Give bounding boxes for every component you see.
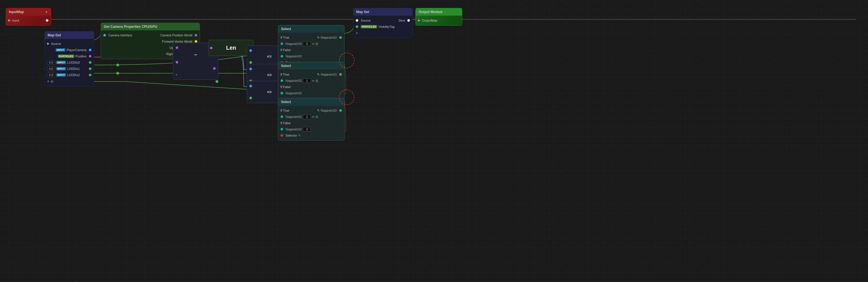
camera-pos-out-port[interactable] — [194, 34, 197, 37]
mapget-source-row: Source — [45, 40, 94, 47]
camera-pos-label: Camera Position World — [160, 33, 192, 37]
mapget-add-icon[interactable]: + — [47, 79, 49, 84]
input-out-port[interactable] — [45, 19, 49, 22]
select3-niagara-out: NiagaraInt32 — [321, 109, 337, 112]
select1-title: Select — [281, 27, 291, 31]
outputmodule-arrow — [418, 19, 420, 22]
select1-niagara-in-port[interactable] — [280, 42, 283, 45]
select3-out-port[interactable] — [339, 109, 342, 112]
mapset-add-icon[interactable]: + — [355, 31, 358, 35]
minus-add-row: + — [173, 72, 218, 78]
minus-in1-port[interactable] — [176, 46, 178, 49]
select1-niagara2: NiagaraInt32 — [285, 55, 302, 58]
badge-input-4: INPUT — [56, 73, 66, 77]
select3-node: Select If True ✎ NiagaraInt32 NiagaraInt… — [278, 98, 344, 141]
loddis0-out-port[interactable] — [89, 61, 92, 64]
select3-selector-pencil[interactable]: ✎ — [298, 134, 301, 137]
loddis1-value: 0.0 — [47, 66, 55, 71]
select2-niagara2-in[interactable] — [280, 92, 283, 94]
inputmap-input-row: Input — [6, 17, 51, 24]
select2-pencil[interactable]: ✎ — [317, 73, 319, 76]
loddis2-out-port[interactable] — [89, 74, 92, 76]
badge-particles-1: PARTICLES — [58, 55, 74, 58]
loddis0-label: LODDis0 — [67, 61, 80, 64]
mapset-visibility-row: PARTICLES VisibilityTag — [353, 24, 412, 30]
select2-eye[interactable]: ◎ — [315, 79, 318, 83]
outputmodule-node: Output Module OutputMap — [415, 8, 462, 26]
select1-value: 0 — [303, 41, 311, 46]
outputmodule-header: Output Module — [416, 8, 462, 16]
mapset-dest-out[interactable] — [407, 19, 410, 22]
select1-niagara2-row: NiagaraInt32 — [278, 53, 344, 59]
leq2-in1-port[interactable] — [249, 67, 252, 70]
len-in-port[interactable] — [210, 47, 213, 49]
select3-title: Select — [281, 100, 291, 104]
loddis1-out-port[interactable] — [89, 67, 92, 70]
select1-iffalse-label: If False — [280, 48, 291, 52]
loddis2-label: LODDis2 — [67, 73, 80, 77]
select3-iffalse-row: If False — [278, 120, 344, 126]
mapset-vis-label: VisibilityTag — [378, 25, 395, 28]
camera-in-port[interactable] — [103, 34, 106, 37]
mapget-position-row: PARTICLES Position — [45, 53, 94, 59]
badge-input-3: INPUT — [56, 67, 66, 70]
select2-niagara-in[interactable] — [280, 79, 283, 82]
playercamera-out-port[interactable] — [89, 49, 92, 51]
select3-niagara-in[interactable] — [280, 115, 283, 118]
select2-niagara2: NiagaraInt32 — [285, 92, 302, 95]
select3-value: 2 — [303, 114, 311, 119]
leq1-in1-port[interactable] — [249, 49, 252, 52]
select3-add[interactable]: + — [312, 114, 314, 119]
mapset-particles-badge: PARTICLES — [361, 25, 377, 28]
select2-out-port[interactable] — [339, 73, 342, 76]
select1-pencil[interactable]: ✎ — [317, 36, 319, 39]
leq1-in2-port[interactable] — [249, 61, 252, 64]
source-port-arrow — [47, 42, 49, 45]
select1-add[interactable]: + — [312, 41, 314, 46]
camera-header: Get Camera Properties CPU/GPU — [101, 23, 199, 30]
mapset-source-label: Source — [361, 19, 371, 22]
leq3-in2-port[interactable] — [249, 96, 252, 100]
select3-selector-row: Selector ✎ — [278, 132, 344, 139]
select2-header: Select — [278, 62, 344, 69]
select1-iftrue-label: If True — [280, 36, 289, 39]
mapget-header: Map Get — [45, 31, 94, 39]
select3-niagara2-in[interactable] — [280, 128, 283, 131]
mapset-dest-label: Dest — [398, 19, 405, 22]
mapset-source-in[interactable] — [355, 19, 359, 22]
loddis0-value: 0.0 — [47, 60, 55, 65]
mapget-node: Map Get Source INPUT PlayerCamera PARTIC… — [44, 31, 94, 86]
select2-niagara-out: NiagaraInt32 — [321, 73, 337, 76]
mapset-vis-in[interactable] — [355, 25, 359, 28]
select1-eye[interactable]: ◎ — [315, 42, 318, 46]
select1-out-port[interactable] — [339, 36, 342, 39]
select1-iffalse-row: If False — [278, 47, 344, 53]
position-label: Position — [75, 55, 87, 58]
select3-pencil[interactable]: ✎ — [317, 109, 319, 112]
position-out-port[interactable] — [89, 55, 92, 58]
minus-add-icon[interactable]: + — [176, 73, 177, 76]
mapget-add-row: + ◎ — [45, 78, 94, 84]
mapset-title: Map Set — [356, 10, 369, 14]
mapset-node: Map Set Source Dest PARTICLES Visibility… — [353, 8, 412, 38]
select3-selector-port[interactable] — [280, 134, 283, 137]
inputmap-title: InputMap — [9, 10, 24, 14]
select3-niagara2: NiagaraInt32 — [285, 128, 302, 131]
outputmodule-map-row: OutputMap — [416, 17, 462, 24]
mapget-eye-icon[interactable]: ◎ — [51, 79, 53, 83]
svg-point-4 — [216, 80, 218, 83]
select2-add[interactable]: + — [312, 78, 314, 83]
playercamera-label: PlayerCamera — [67, 48, 87, 52]
leq3-in1-port[interactable] — [249, 85, 252, 87]
loddis2-value: 0.0 — [47, 73, 55, 77]
mapget-loddis2-row: 0.0 INPUT LODDis2 — [45, 72, 94, 78]
minus-out-port[interactable] — [213, 67, 216, 70]
inputmap-dropdown[interactable]: ▼ — [45, 10, 48, 13]
mapget-loddis1-row: 0.0 INPUT LODDis1 — [45, 65, 94, 72]
select2-iftrue-label: If True — [280, 73, 289, 76]
select3-niagara2-row: NiagaraInt32 3 — [278, 126, 344, 132]
select3-eye[interactable]: ◎ — [315, 115, 318, 119]
svg-point-1 — [116, 72, 119, 75]
select1-niagara2-in[interactable] — [280, 55, 283, 58]
minus-in2-port[interactable] — [176, 61, 178, 64]
